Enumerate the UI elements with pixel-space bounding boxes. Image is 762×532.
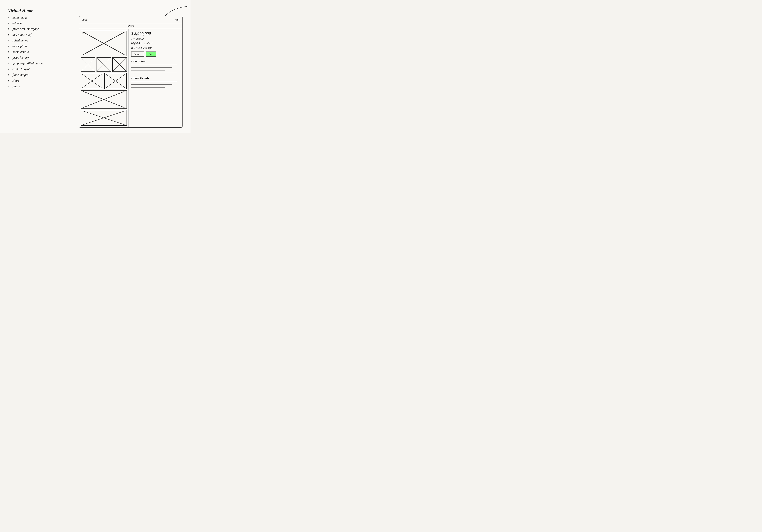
item-label: address	[12, 21, 22, 26]
item-label: home details	[12, 49, 29, 54]
check-icon: x	[8, 27, 11, 31]
image-x-icon	[81, 31, 126, 56]
item-label: contact agent	[12, 67, 30, 71]
item-label: get pre-qualified button	[12, 61, 42, 66]
small-image-1[interactable]	[81, 57, 95, 72]
address-line1: 775 Ivre St.	[131, 37, 144, 40]
description-line-1	[131, 65, 177, 65]
item-label: floor images	[12, 72, 29, 77]
medium-image-1[interactable]	[81, 73, 103, 89]
description-line-4	[131, 73, 177, 73]
item-label: share	[12, 78, 20, 83]
check-icon: x	[8, 61, 11, 66]
check-icon: x	[8, 15, 11, 20]
item-label: price / est. mortgage	[12, 27, 39, 31]
description-heading: Description	[131, 59, 180, 63]
image-x-icon	[105, 73, 126, 89]
check-icon: x	[8, 38, 11, 42]
description-line-2	[131, 67, 172, 68]
home-details-line-1	[131, 82, 177, 82]
image-x-icon	[81, 110, 126, 125]
checklist-items: x main image x address x price / est. mo…	[8, 15, 69, 89]
list-item: x filters	[8, 84, 69, 89]
list-item: x main image	[8, 15, 69, 20]
item-label: bed / bath / sqft	[12, 32, 32, 37]
list-item: x share	[8, 78, 69, 83]
small-images-row	[81, 57, 127, 72]
home-details-heading: Home Details	[131, 76, 180, 80]
wireframe-section: logo nav filters 3D	[79, 6, 187, 128]
gallery-column: 3D	[79, 29, 128, 127]
large-image-2[interactable]	[81, 90, 127, 109]
check-icon: x	[8, 21, 11, 25]
check-icon: x	[8, 79, 11, 83]
list-item: x description	[8, 44, 69, 48]
browser-content: 3D	[79, 29, 182, 127]
medium-image-2[interactable]	[104, 73, 127, 89]
list-item: x home details	[8, 49, 69, 54]
property-specs: B 2 B 3 4,000 sqft.	[131, 46, 180, 50]
details-column: $ 2,000,000 775 Ivre St. Laguna CA, 9201…	[128, 29, 182, 127]
list-item: x floor images	[8, 72, 69, 77]
list-item: x schedule tour	[8, 38, 69, 43]
address-line2: Laguna CA, 92011	[131, 41, 153, 44]
contact-button[interactable]: Contact	[131, 51, 144, 57]
main-image-placeholder[interactable]: 3D	[81, 31, 127, 56]
image-x-icon	[113, 58, 126, 71]
browser-header: logo nav	[79, 16, 182, 23]
small-image-3[interactable]	[112, 57, 127, 72]
tour-button[interactable]: tour	[146, 51, 156, 57]
list-item: x get pre-qualified button	[8, 61, 69, 66]
check-icon: x	[8, 33, 11, 37]
item-label: price history	[12, 55, 29, 60]
home-details-line-2	[131, 84, 172, 85]
check-icon: x	[8, 73, 11, 77]
page: Virtual Home x main image x address x pr…	[0, 0, 190, 133]
check-icon: x	[8, 50, 11, 54]
item-label: main image	[12, 15, 28, 20]
header-logo: logo	[82, 18, 87, 21]
image-x-icon	[81, 58, 95, 71]
description-line-3	[131, 70, 165, 71]
property-price: $ 2,000,000	[131, 31, 180, 36]
property-address: 775 Ivre St. Laguna CA, 92011	[131, 37, 180, 45]
image-x-icon	[81, 91, 126, 108]
list-item: x price history	[8, 55, 69, 60]
checklist-section: Virtual Home x main image x address x pr…	[8, 8, 69, 89]
item-label: schedule tour	[12, 38, 30, 43]
filters-label: filters	[127, 25, 134, 28]
checklist-title: Virtual Home	[8, 8, 69, 13]
list-item: x address	[8, 21, 69, 26]
item-label: filters	[12, 84, 20, 89]
filters-bar[interactable]: filters	[79, 23, 182, 29]
image-x-icon	[97, 58, 111, 71]
list-item: x contact agent	[8, 67, 69, 71]
medium-images-row	[81, 73, 127, 89]
home-details-line-3	[131, 87, 165, 88]
item-label: description	[12, 44, 27, 48]
property-actions: Contact tour	[131, 51, 180, 57]
header-nav: nav	[175, 18, 179, 21]
small-image-2[interactable]	[97, 57, 111, 72]
check-icon: x	[8, 55, 11, 60]
image-x-icon	[81, 73, 103, 89]
check-icon: x	[8, 84, 11, 89]
check-icon: x	[8, 67, 11, 71]
bottom-image[interactable]	[81, 110, 127, 126]
list-item: x price / est. mortgage	[8, 27, 69, 31]
list-item: x bed / bath / sqft	[8, 32, 69, 37]
browser-frame: logo nav filters 3D	[79, 16, 183, 128]
check-icon: x	[8, 44, 11, 48]
